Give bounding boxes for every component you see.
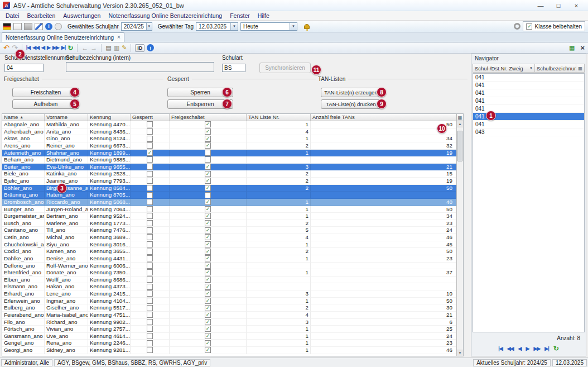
scroll-thumb[interactable] bbox=[457, 131, 462, 161]
previous-record-icon[interactable]: ◀ bbox=[518, 346, 522, 351]
day-mode-select[interactable]: Heute ▼ bbox=[240, 22, 297, 31]
table-row[interactable]: Brombosch_anoRiccardo_anoKennung 5068...… bbox=[2, 199, 456, 206]
gesperrt-checkbox[interactable] bbox=[147, 305, 153, 311]
gesperrt-checkbox[interactable] bbox=[147, 156, 153, 163]
copy-icon[interactable]: ▤ bbox=[105, 45, 111, 51]
freigeschaltet-checkbox[interactable]: ✓ bbox=[205, 136, 211, 142]
table-row[interactable]: Feierabend_anoMaria-Isabel_anoKennung 47… bbox=[2, 312, 456, 319]
navigator-row[interactable]: 041 bbox=[473, 74, 584, 82]
gesperrt-checkbox[interactable] bbox=[147, 312, 153, 318]
undo-icon[interactable]: ↶ bbox=[3, 44, 9, 51]
freigeschaltet-checkbox[interactable]: ✓ bbox=[205, 333, 211, 339]
table-row[interactable]: Böhler_anoBirgit-Susanne_anoKennung 8584… bbox=[2, 185, 456, 192]
gesperrt-checkbox[interactable] bbox=[147, 319, 153, 325]
scroll-track[interactable] bbox=[457, 127, 463, 350]
minimize-button[interactable]: — bbox=[532, 1, 550, 11]
column-header-name[interactable]: Name ▲ bbox=[2, 114, 45, 121]
table-row[interactable]: Ehrenfried_anoDonate_anoKennung 7350...✓… bbox=[2, 269, 456, 277]
synchronize-button[interactable]: Synchronisieren bbox=[259, 63, 311, 73]
table-row[interactable]: Beham_anoDietmund_anoKennung 9885... bbox=[2, 156, 456, 164]
tan-erzeugen-button[interactable]: TAN-Liste(n) erzeugen bbox=[321, 88, 381, 97]
gesperrt-checkbox[interactable] bbox=[147, 234, 153, 240]
table-row[interactable]: Dahlke_anoDenise_anoKennung 4431...✓123 bbox=[2, 255, 456, 263]
navigator-column-schulnr[interactable]: Schul-/Dst.Nr. Zweig ▼ bbox=[473, 64, 535, 73]
freigeschaltet-checkbox[interactable]: ✓ bbox=[205, 199, 211, 205]
freigeschaltet-checkbox[interactable]: ✓ bbox=[205, 185, 211, 191]
column-header-anzahl-freie-tans[interactable]: Anzahl freie TANs bbox=[311, 114, 456, 121]
aufheben-button[interactable]: Aufheben bbox=[12, 99, 79, 109]
freigeschaltet-checkbox[interactable]: ✓ bbox=[205, 178, 211, 184]
freischalten-button[interactable]: Freischalten bbox=[12, 88, 79, 97]
info-icon[interactable]: i bbox=[45, 23, 52, 30]
freigeschaltet-checkbox[interactable]: ✓ bbox=[205, 171, 211, 177]
table-row[interactable]: Erhardt_anoLene_anoKennung 2415...✓310 bbox=[2, 290, 456, 298]
gesperrt-checkbox[interactable] bbox=[147, 298, 153, 304]
freigeschaltet-checkbox[interactable]: ✓ bbox=[205, 206, 211, 212]
last-record-icon[interactable]: ▶| bbox=[61, 45, 65, 50]
gesperrt-checkbox[interactable] bbox=[147, 333, 153, 339]
freigeschaltet-checkbox[interactable]: ✓ bbox=[205, 128, 211, 135]
gesperrt-checkbox[interactable] bbox=[147, 241, 153, 247]
gesperrt-checkbox[interactable] bbox=[147, 347, 153, 353]
close-panel-icon[interactable]: × bbox=[580, 44, 585, 52]
tan-drucken-button[interactable]: TAN-Liste(n) drucken bbox=[321, 99, 381, 109]
freigeschaltet-checkbox[interactable]: ✓ bbox=[205, 326, 211, 332]
table-row[interactable]: Cetin_anoMichal_anoKennung 3689...✓446 bbox=[2, 234, 456, 241]
school-number-input[interactable]: 04 bbox=[4, 64, 44, 72]
fast-forward-icon[interactable]: ▶▶ bbox=[533, 346, 540, 351]
column-config-icon[interactable]: ▦ bbox=[457, 114, 463, 121]
fast-forward-icon[interactable]: ▶▶ bbox=[52, 45, 59, 50]
school-type-input[interactable]: BS bbox=[222, 64, 245, 72]
next-record-icon[interactable]: ▶ bbox=[526, 346, 529, 351]
gesperrt-checkbox[interactable] bbox=[147, 142, 153, 149]
table-row[interactable]: Bjelic_anoJeanine_anoKennung 7793...✓219 bbox=[2, 178, 456, 185]
navigate-back-icon[interactable]: ← bbox=[81, 45, 88, 51]
school-name-input[interactable] bbox=[66, 62, 214, 72]
gesperrt-checkbox[interactable] bbox=[147, 206, 153, 212]
column-header-freigeschaltet[interactable]: Freigeschaltet bbox=[170, 114, 247, 121]
freigeschaltet-checkbox[interactable]: ✓ bbox=[205, 284, 211, 290]
table-row[interactable]: Elsmann_anoHakan_anoKennung 4373...✓ bbox=[2, 283, 456, 290]
freigeschaltet-checkbox[interactable]: ✓ bbox=[205, 340, 211, 346]
freigeschaltet-checkbox[interactable]: ✓ bbox=[205, 121, 211, 127]
menu-item[interactable]: Hilfe bbox=[254, 11, 273, 20]
navigator-row[interactable]: 041 bbox=[473, 89, 584, 97]
freigeschaltet-checkbox[interactable]: ✓ bbox=[205, 347, 211, 353]
gesperrt-checkbox[interactable] bbox=[147, 213, 153, 219]
id-button[interactable]: ID bbox=[135, 44, 144, 52]
column-header-vorname[interactable]: Vorname bbox=[45, 114, 88, 121]
gesperrt-checkbox[interactable] bbox=[147, 326, 153, 332]
table-row[interactable]: Beiter_anoEva-Ulrike_anoKennung 9655...✓… bbox=[2, 164, 456, 171]
print-icon[interactable] bbox=[24, 23, 32, 30]
column-header-gesperrt[interactable]: Gesperrt bbox=[131, 114, 170, 121]
germany-flag-icon[interactable] bbox=[3, 23, 11, 30]
table-row[interactable]: Arens_anoReiner_anoKennung 6673...✓232 bbox=[2, 142, 456, 150]
close-button[interactable]: × bbox=[567, 1, 585, 11]
gesperrt-checkbox[interactable] bbox=[147, 290, 153, 297]
table-row[interactable]: Büsch_anoMarlene_anoKennung 1773...✓223 bbox=[2, 220, 456, 227]
column-header-tan-liste-nr[interactable]: TAN Liste Nr. bbox=[247, 114, 311, 121]
table-row[interactable]: Gengel_anoRena_anoKennung 2246...✓123 bbox=[2, 340, 456, 347]
info-icon[interactable]: i bbox=[147, 44, 154, 51]
gesperrt-checkbox[interactable] bbox=[147, 220, 153, 226]
previous-record-icon[interactable]: ◀ bbox=[41, 45, 45, 50]
gesperrt-checkbox[interactable] bbox=[147, 277, 153, 283]
table-row[interactable]: Biele_anoKatinka_anoKennung 2528...✓215 bbox=[2, 170, 456, 178]
gesperrt-checkbox[interactable] bbox=[147, 192, 153, 198]
table-scrollbar[interactable]: ▦ ▲ ▼ bbox=[456, 114, 463, 356]
fast-backward-icon[interactable]: ◀◀ bbox=[32, 45, 39, 50]
table-row[interactable]: Chucholowski_anoSiyu_anoKennung 3016...✓… bbox=[2, 241, 456, 249]
gesperrt-checkbox[interactable] bbox=[147, 185, 153, 191]
freigeschaltet-checkbox[interactable]: ✓ bbox=[205, 290, 211, 297]
school-year-select[interactable]: 2024/25 ▼ bbox=[121, 22, 152, 31]
table-row[interactable]: Förtsch_anoVivian_anoKennung 2757...✓125 bbox=[2, 326, 456, 333]
freigeschaltet-checkbox[interactable]: ✓ bbox=[205, 312, 211, 318]
freigeschaltet-checkbox[interactable]: ✓ bbox=[205, 227, 211, 233]
table-row[interactable]: Bräuning_anoHatem_anoKennung 8705... bbox=[2, 192, 456, 199]
freigeschaltet-checkbox[interactable]: ✓ bbox=[205, 164, 211, 170]
navigator-column-schulbezeichnung[interactable]: Schulbezeichnung bbox=[535, 64, 576, 73]
tab-close-icon[interactable]: × bbox=[117, 35, 121, 40]
freigeschaltet-checkbox[interactable] bbox=[205, 150, 211, 156]
tab-notenerfassung[interactable]: Notenerfassung Online Benutzereinrichtun… bbox=[2, 32, 124, 42]
freigeschaltet-checkbox[interactable] bbox=[205, 192, 211, 198]
